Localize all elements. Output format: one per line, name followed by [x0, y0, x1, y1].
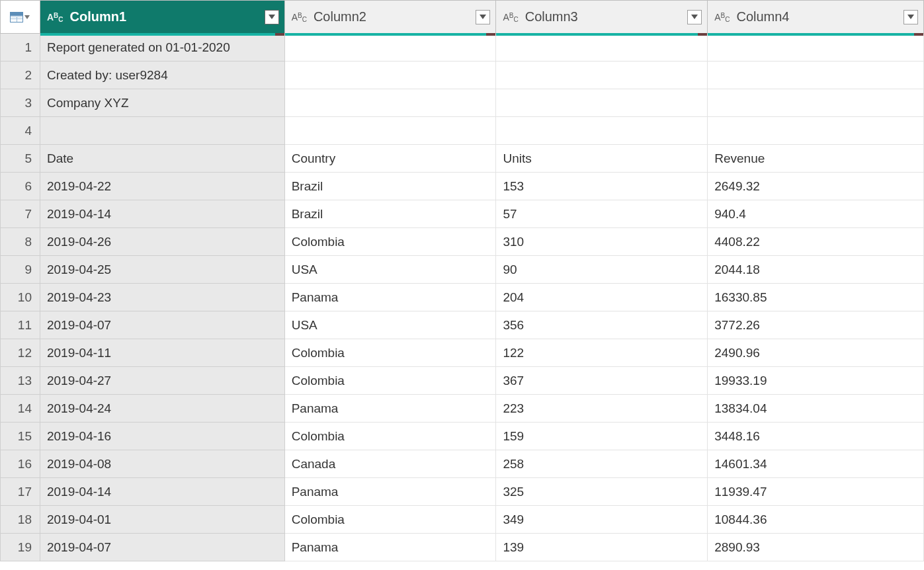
cell[interactable]: 2649.32 [708, 173, 924, 200]
table-row[interactable]: 112019-04-07USA3563772.26 [1, 311, 924, 339]
column-resize-grip[interactable] [914, 33, 923, 36]
cell[interactable]: 19933.19 [708, 367, 924, 395]
cell[interactable]: Colombia [284, 228, 496, 256]
table-row[interactable]: 82019-04-26Colombia3104408.22 [1, 228, 924, 256]
row-number[interactable]: 15 [1, 423, 40, 450]
datatype-text-icon[interactable]: ABC [714, 12, 730, 22]
table-row[interactable]: 182019-04-01Colombia34910844.36 [1, 506, 924, 534]
row-number[interactable]: 17 [1, 478, 40, 506]
cell[interactable]: 2019-04-08 [40, 450, 284, 478]
cell[interactable]: 2019-04-24 [40, 395, 284, 423]
cell[interactable] [708, 34, 924, 61]
cell[interactable]: 159 [496, 423, 708, 450]
cell[interactable]: 2019-04-16 [40, 423, 284, 450]
cell[interactable] [496, 34, 708, 61]
table-row[interactable]: 1Report generated on 01-01-2020 [1, 34, 924, 61]
cell[interactable]: Created by: user9284 [40, 61, 284, 89]
cell[interactable]: Colombia [284, 339, 496, 367]
cell[interactable]: 2019-04-23 [40, 284, 284, 311]
table-row[interactable]: 2Created by: user9284 [1, 61, 924, 89]
table-row[interactable]: 122019-04-11Colombia1222490.96 [1, 339, 924, 367]
cell[interactable] [284, 117, 496, 145]
column-header-1[interactable]: ABCColumn1 [40, 1, 284, 34]
table-row[interactable]: 92019-04-25USA902044.18 [1, 256, 924, 284]
cell[interactable]: 90 [496, 256, 708, 284]
cell[interactable]: USA [284, 256, 496, 284]
cell[interactable]: 139 [496, 534, 708, 561]
row-number[interactable]: 12 [1, 339, 40, 367]
row-number[interactable]: 16 [1, 450, 40, 478]
row-number[interactable]: 8 [1, 228, 40, 256]
cell[interactable]: Panama [284, 534, 496, 561]
row-number[interactable]: 9 [1, 256, 40, 284]
cell[interactable] [40, 117, 284, 145]
row-number[interactable]: 7 [1, 200, 40, 228]
cell[interactable]: 10844.36 [708, 506, 924, 534]
cell[interactable]: 2019-04-26 [40, 228, 284, 256]
row-number[interactable]: 10 [1, 284, 40, 311]
row-number[interactable]: 2 [1, 61, 40, 89]
cell[interactable]: 153 [496, 173, 708, 200]
table-row[interactable]: 62019-04-22Brazil1532649.32 [1, 173, 924, 200]
cell[interactable]: 204 [496, 284, 708, 311]
column-header-3[interactable]: ABCColumn3 [496, 1, 708, 34]
column-resize-grip[interactable] [486, 33, 495, 36]
cell[interactable]: 223 [496, 395, 708, 423]
cell[interactable] [496, 61, 708, 89]
cell[interactable]: Panama [284, 284, 496, 311]
cell[interactable]: 258 [496, 450, 708, 478]
row-number[interactable]: 4 [1, 117, 40, 145]
row-number[interactable]: 13 [1, 367, 40, 395]
cell[interactable]: 940.4 [708, 200, 924, 228]
table-row[interactable]: 132019-04-27Colombia36719933.19 [1, 367, 924, 395]
cell[interactable]: Colombia [284, 506, 496, 534]
cell[interactable]: 13834.04 [708, 395, 924, 423]
cell[interactable]: 356 [496, 311, 708, 339]
cell[interactable]: Panama [284, 478, 496, 506]
column-filter-button[interactable] [903, 10, 918, 24]
cell[interactable] [496, 117, 708, 145]
table-row[interactable]: 172019-04-14Panama32511939.47 [1, 478, 924, 506]
column-filter-button[interactable] [687, 10, 702, 24]
cell[interactable]: 2019-04-22 [40, 173, 284, 200]
cell[interactable]: 3772.26 [708, 311, 924, 339]
cell[interactable]: 11939.47 [708, 478, 924, 506]
cell[interactable]: Units [496, 145, 708, 173]
row-number[interactable]: 19 [1, 534, 40, 561]
cell[interactable]: 2019-04-01 [40, 506, 284, 534]
column-resize-grip[interactable] [698, 33, 707, 36]
cell[interactable]: 14601.34 [708, 450, 924, 478]
row-number[interactable]: 1 [1, 34, 40, 61]
column-header-4[interactable]: ABCColumn4 [708, 1, 924, 34]
cell[interactable]: 16330.85 [708, 284, 924, 311]
table-row[interactable]: 142019-04-24Panama22313834.04 [1, 395, 924, 423]
select-all-corner[interactable] [1, 1, 40, 34]
cell[interactable] [708, 89, 924, 117]
column-filter-button[interactable] [265, 10, 279, 24]
datatype-text-icon[interactable]: ABC [503, 12, 518, 22]
table-row[interactable]: 72019-04-14Brazil57940.4 [1, 200, 924, 228]
cell[interactable]: 2890.93 [708, 534, 924, 561]
cell[interactable] [284, 34, 496, 61]
cell[interactable]: 3448.16 [708, 423, 924, 450]
cell[interactable]: 2019-04-07 [40, 311, 284, 339]
table-row[interactable]: 5DateCountryUnitsRevenue [1, 145, 924, 173]
row-number[interactable]: 3 [1, 89, 40, 117]
datatype-text-icon[interactable]: ABC [47, 12, 63, 22]
datatype-text-icon[interactable]: ABC [292, 12, 307, 22]
cell[interactable]: Report generated on 01-01-2020 [40, 34, 284, 61]
cell[interactable] [284, 61, 496, 89]
cell[interactable]: 2019-04-25 [40, 256, 284, 284]
cell[interactable] [496, 89, 708, 117]
cell[interactable]: Company XYZ [40, 89, 284, 117]
cell[interactable]: 325 [496, 478, 708, 506]
cell[interactable]: Date [40, 145, 284, 173]
cell[interactable]: 310 [496, 228, 708, 256]
cell[interactable]: USA [284, 311, 496, 339]
cell[interactable] [708, 117, 924, 145]
cell[interactable]: Brazil [284, 200, 496, 228]
cell[interactable]: 2019-04-27 [40, 367, 284, 395]
cell[interactable] [284, 89, 496, 117]
column-header-2[interactable]: ABCColumn2 [284, 1, 496, 34]
cell[interactable]: Brazil [284, 173, 496, 200]
